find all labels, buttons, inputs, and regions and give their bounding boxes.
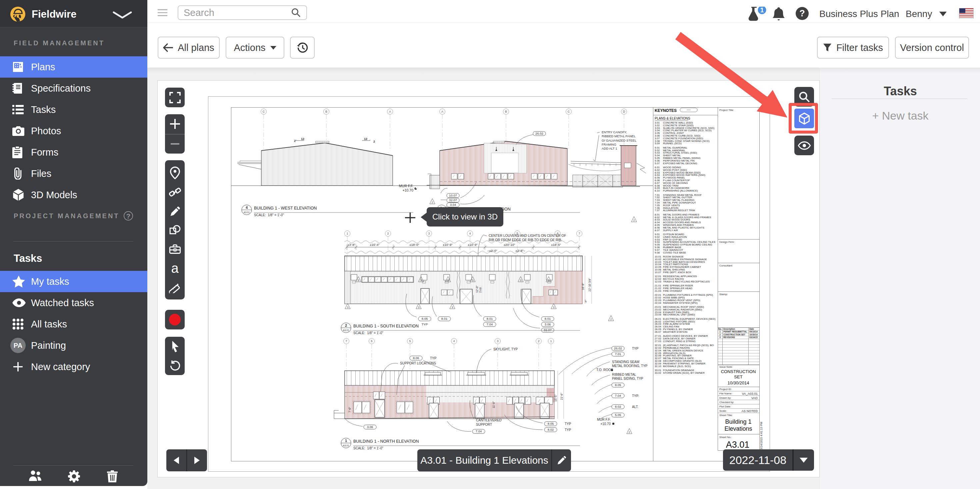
svg-text:4: 4 [453, 340, 455, 343]
svg-text:22.04: 22.04 [655, 302, 661, 305]
svg-text:12.03: 12.03 [655, 280, 661, 283]
svg-text:8.05: 8.05 [548, 422, 554, 425]
svg-text:FRAMING: FRAMING [602, 143, 616, 146]
svg-text:7.07: 7.07 [655, 209, 660, 212]
svg-text:SUPPORT LOCATIONS: SUPPORT LOCATIONS [400, 361, 436, 365]
svg-text:8.01: 8.01 [487, 317, 493, 321]
svg-text:B: B [505, 110, 507, 113]
svg-text:2: 2 [628, 431, 630, 434]
svg-text:32.10: 32.10 [655, 365, 661, 368]
svg-text:WEATHER STATION: WEATHER STATION [663, 330, 687, 333]
svg-text:3: 3 [358, 279, 359, 282]
svg-text:3: 3 [548, 279, 549, 282]
svg-text:±2'-8"–: ±2'-8"– [515, 249, 525, 252]
svg-text:26.02: 26.02 [614, 346, 622, 350]
svg-text:3: 3 [447, 279, 449, 282]
svg-text:12: 12 [364, 137, 368, 141]
svg-text:±16'-4": ±16'-4" [370, 243, 379, 246]
svg-text:Design Firm:: Design Firm: [719, 240, 734, 243]
svg-text:3.09: 3.09 [655, 142, 660, 145]
svg-text:Stamp:: Stamp: [719, 293, 728, 296]
svg-text:CANTILEVERED: CANTILEVERED [476, 418, 502, 422]
svg-text:1: 1 [760, 7, 764, 14]
svg-text:RIBBED METAL PANEL: RIBBED METAL PANEL [602, 134, 636, 138]
svg-text:32.07: 32.07 [544, 328, 552, 332]
svg-text:ALUMINUM REGLET TRIM: ALUMINUM REGLET TRIM [663, 209, 695, 212]
svg-text:O/ GALVANIZED STEEL: O/ GALVANIZED STEEL [602, 138, 636, 142]
svg-text:10.07: 10.07 [449, 194, 457, 197]
svg-text:10/30/14: 10/30/14 [749, 333, 758, 336]
svg-text:Sheet No.:: Sheet No.: [719, 436, 732, 439]
svg-text:Description: Description [723, 328, 735, 330]
svg-text:REVISIONS: REVISIONS [723, 336, 735, 338]
svg-text:03/24/15: 03/24/15 [749, 336, 758, 338]
svg-text:Checked by:: Checked by: [719, 401, 734, 404]
svg-text:±10'-9": ±10'-9" [468, 243, 477, 246]
svg-text:26.02: 26.02 [535, 132, 543, 135]
svg-text:Plot Date:: Plot Date: [719, 405, 731, 408]
svg-text:12'-0": 12'-0" [475, 286, 479, 293]
svg-text:21'-6": 21'-6" [560, 393, 563, 400]
svg-text:2: 2 [432, 201, 433, 204]
svg-text:2: 2 [633, 219, 635, 222]
svg-text:2: 2 [373, 140, 375, 143]
svg-text:8.01: 8.01 [441, 317, 448, 321]
svg-text:10/30/2014: 10/30/2014 [727, 380, 749, 386]
svg-text:±20'-10": ±20'-10" [504, 243, 515, 246]
svg-text:7: 7 [345, 340, 347, 343]
svg-text:ENTRY CANOPY,: ENTRY CANOPY, [602, 130, 627, 134]
svg-text:7.04: 7.04 [487, 322, 493, 326]
svg-text:A3.01: A3.01 [343, 445, 349, 447]
svg-text:T.O. ROOF: T.O. ROOF [597, 368, 613, 372]
svg-text:STORM DRAIN (SCD), BY OWNER: STORM DRAIN (SCD), BY OWNER [663, 372, 705, 375]
svg-text:Drawn by:: Drawn by: [719, 396, 731, 399]
svg-text:2: 2 [610, 318, 612, 321]
svg-text:Building 1: Building 1 [725, 418, 751, 425]
svg-text:A3.01: A3.01 [343, 329, 349, 332]
svg-text:3: 3 [497, 340, 498, 343]
svg-text:12: 12 [301, 137, 304, 141]
svg-text:MUR F.F.: MUR F.F. [597, 418, 611, 421]
svg-text:33.02: 33.02 [655, 372, 661, 375]
svg-text:21.03: 21.03 [655, 289, 661, 292]
svg-text:±18'-0": ±18'-0" [409, 243, 419, 246]
svg-text:D: D [623, 110, 625, 113]
svg-text:2: 2 [538, 340, 539, 343]
svg-text:PERMIT RESUBMITTAL: PERMIT RESUBMITTAL [723, 330, 747, 333]
svg-text:3: 3 [347, 306, 348, 309]
svg-text:SCALE: 1/8" = 1'-0": SCALE: 1/8" = 1'-0" [353, 331, 383, 335]
svg-text:CONSTRUCTION: CONSTRUCTION [721, 369, 756, 374]
svg-text:CONDUIT, RING & STRING: CONDUIT, RING & STRING [663, 340, 695, 343]
svg-text:RIB OR FROM EDGE OF RIB TO EDG: RIB OR FROM EDGE OF RIB TO EDGE OF RIB. [488, 238, 562, 242]
svg-text:3: 3 [418, 306, 419, 309]
svg-text:TYP.: TYP. [479, 287, 482, 293]
svg-text:Project ID:: Project ID: [719, 388, 732, 391]
svg-text:SET: SET [734, 375, 742, 379]
svg-text:4: 4 [469, 232, 471, 235]
svg-text:SKYLIGHT, TYP: SKYLIGHT, TYP [493, 348, 518, 351]
svg-text:9.08: 9.08 [655, 251, 660, 254]
svg-text:7.04: 7.04 [615, 394, 621, 397]
svg-text:RAINWATER SYSTEM (SPD): RAINWATER SYSTEM (SPD) [663, 302, 698, 305]
svg-text:8.07: 8.07 [655, 229, 660, 232]
svg-text:1: 1 [550, 340, 552, 343]
svg-text:METAL ROOFING, TYP: METAL ROOFING, TYP [612, 364, 648, 368]
svg-text:5: 5 [409, 340, 410, 343]
svg-text:MUR F.F.: MUR F.F. [399, 184, 413, 188]
svg-text:3/24/2015 4:41:13 PM: 3/24/2015 4:41:13 PM [760, 422, 763, 450]
svg-text:VA_A03.01: VA_A03.01 [742, 392, 758, 395]
svg-text:3.06: 3.06 [545, 322, 551, 326]
svg-text:8.05: 8.05 [422, 317, 428, 321]
svg-text:ALT.: ALT. [632, 405, 638, 409]
svg-text:PANEL SIDING, TYP: PANEL SIDING, TYP [612, 377, 643, 380]
svg-text:27.03: 27.03 [655, 340, 661, 343]
svg-text:1: 1 [345, 439, 347, 443]
svg-text:TYP: TYP [565, 422, 571, 426]
svg-text:MECHANICAL UNIT (SMD): MECHANICAL UNIT (SMD) [663, 313, 695, 316]
svg-text:23.05: 23.05 [655, 313, 661, 316]
svg-text:32.07: 32.07 [449, 198, 457, 202]
svg-text:SUPPLY AIR: SUPPLY AIR [663, 229, 678, 232]
svg-text:Elevations: Elevations [724, 425, 752, 432]
svg-text:TYP: TYP [565, 428, 571, 432]
svg-text:A3.01: A3.01 [726, 440, 750, 450]
